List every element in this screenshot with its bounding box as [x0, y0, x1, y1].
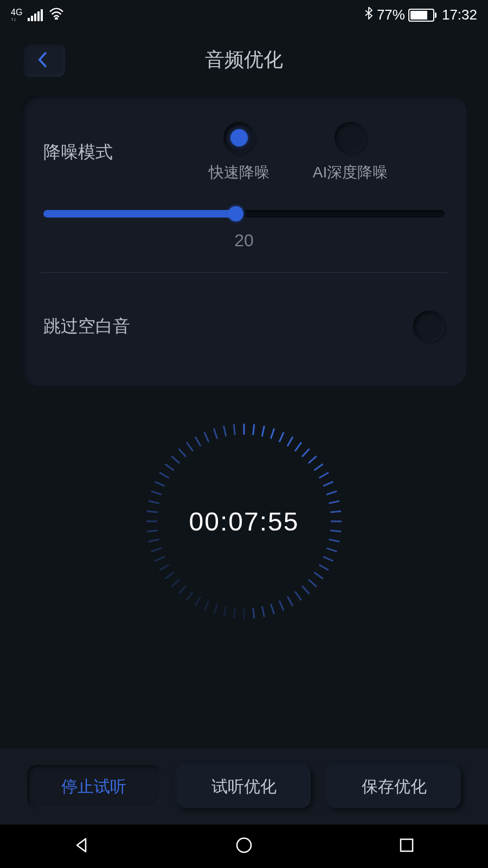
svg-line-58	[214, 429, 217, 439]
svg-line-37	[187, 591, 193, 600]
battery-icon	[408, 9, 436, 22]
svg-line-45	[147, 531, 158, 532]
skip-silence-toggle[interactable]	[413, 311, 445, 342]
svg-line-27	[279, 601, 284, 610]
save-optimize-button[interactable]: 保存优化	[327, 765, 461, 808]
svg-line-26	[287, 597, 293, 606]
svg-line-59	[224, 426, 226, 437]
noise-reduction-label: 降噪模式	[43, 141, 125, 164]
svg-line-34	[214, 604, 217, 614]
divider	[41, 272, 447, 273]
svg-line-36	[195, 597, 201, 606]
svg-line-49	[151, 491, 162, 494]
svg-line-32	[234, 608, 235, 618]
svg-line-11	[319, 473, 329, 478]
svg-line-2	[253, 424, 254, 435]
dial-ticks-icon	[141, 418, 347, 624]
status-right: 77% 17:32	[364, 7, 477, 23]
radio-label-ai: AI深度降噪	[313, 162, 388, 183]
noise-reduction-row: 降噪模式 快速降噪 AI深度降噪	[43, 122, 445, 183]
noise-level-slider: 20	[43, 210, 445, 251]
svg-line-54	[179, 449, 186, 457]
svg-point-0	[56, 18, 58, 20]
wifi-icon	[48, 7, 65, 23]
timer-section: 00:07:55	[0, 418, 488, 624]
svg-line-55	[187, 442, 193, 451]
android-nav-bar	[0, 825, 488, 868]
svg-line-39	[171, 579, 179, 586]
svg-line-13	[326, 491, 337, 494]
svg-line-20	[323, 557, 333, 561]
nav-back-button[interactable]	[70, 834, 92, 858]
svg-line-50	[155, 482, 165, 486]
header: 音频优化	[0, 30, 488, 84]
svg-line-57	[204, 432, 209, 442]
nav-home-button[interactable]	[233, 834, 255, 858]
svg-line-43	[151, 548, 162, 551]
signal-icon	[28, 9, 43, 21]
status-bar: 4G ↑↓ 77% 17:32	[0, 0, 488, 30]
svg-line-24	[302, 586, 309, 594]
svg-line-30	[253, 608, 254, 618]
svg-line-28	[271, 604, 274, 614]
timer-dial: 00:07:55	[141, 418, 347, 624]
radio-circle-fast	[223, 122, 255, 154]
slider-thumb[interactable]	[228, 206, 243, 221]
slider-value: 20	[43, 231, 445, 251]
bottom-action-bar: 停止试听 试听优化 保存优化	[0, 749, 488, 825]
stop-preview-button[interactable]: 停止试听	[27, 765, 161, 808]
svg-line-4	[271, 429, 274, 439]
svg-line-35	[204, 601, 209, 610]
svg-line-12	[323, 482, 333, 486]
svg-line-44	[149, 539, 159, 541]
status-left: 4G ↑↓	[11, 7, 65, 23]
network-type: 4G	[11, 8, 22, 17]
svg-line-8	[302, 449, 309, 457]
network-indicator: 4G ↑↓	[11, 8, 22, 22]
svg-line-6	[287, 437, 293, 446]
svg-line-47	[147, 511, 158, 512]
svg-line-56	[195, 437, 201, 446]
preview-optimize-button[interactable]: 试听优化	[177, 765, 311, 808]
svg-line-52	[165, 464, 174, 470]
slider-track[interactable]	[43, 210, 445, 218]
svg-line-38	[179, 586, 186, 594]
svg-line-33	[224, 607, 226, 617]
svg-line-53	[171, 456, 179, 463]
nav-recent-button[interactable]	[396, 834, 418, 858]
battery-percent: 77%	[377, 7, 405, 23]
svg-point-61	[237, 838, 251, 852]
radio-circle-ai	[335, 122, 366, 154]
svg-line-23	[309, 579, 317, 586]
svg-line-40	[165, 572, 174, 579]
skip-silence-label: 跳过空白音	[43, 315, 130, 339]
svg-line-7	[295, 442, 301, 451]
svg-line-42	[155, 557, 165, 561]
noise-mode-options: 快速降噪 AI深度降噪	[152, 122, 445, 183]
radio-option-fast[interactable]: 快速降噪	[209, 122, 269, 183]
chevron-left-icon	[36, 50, 51, 69]
svg-line-19	[326, 548, 337, 551]
svg-line-25	[295, 591, 301, 600]
svg-line-22	[314, 572, 323, 579]
svg-line-14	[329, 501, 340, 503]
svg-rect-62	[401, 839, 413, 851]
back-button[interactable]	[22, 42, 65, 77]
svg-line-51	[159, 473, 169, 478]
svg-line-10	[314, 464, 323, 470]
svg-line-17	[330, 531, 341, 532]
svg-line-3	[262, 426, 264, 437]
bluetooth-icon	[364, 7, 374, 23]
skip-silence-row: 跳过空白音	[43, 311, 445, 353]
svg-line-18	[329, 539, 340, 541]
svg-line-21	[319, 565, 329, 570]
svg-line-60	[234, 424, 235, 435]
svg-line-15	[330, 511, 341, 512]
svg-line-41	[159, 565, 169, 570]
slider-fill	[43, 210, 236, 218]
svg-line-9	[309, 456, 317, 463]
clock: 17:32	[442, 7, 477, 23]
radio-option-ai[interactable]: AI深度降噪	[313, 122, 388, 183]
svg-line-29	[262, 607, 264, 617]
page-title: 音频优化	[205, 47, 283, 73]
